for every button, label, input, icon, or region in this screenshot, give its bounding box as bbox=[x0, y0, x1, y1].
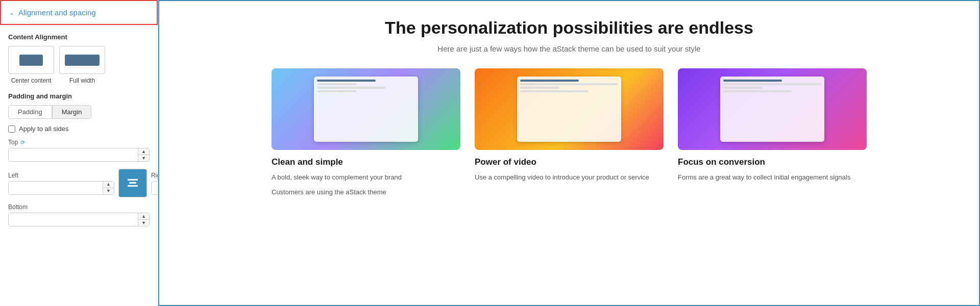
top-label: Top ⟳ bbox=[8, 139, 150, 146]
top-spinner-buttons: ▲ ▼ bbox=[138, 148, 149, 161]
card-2-title: Power of video bbox=[475, 157, 664, 167]
padding-margin-label: Padding and margin bbox=[8, 92, 150, 100]
content-alignment-label: Content Alignment bbox=[8, 33, 150, 41]
full-width-box bbox=[59, 46, 105, 74]
card-3-mock-screen bbox=[720, 76, 824, 142]
center-content-box bbox=[8, 46, 54, 74]
card-3: Focus on conversion Forms are a great wa… bbox=[678, 68, 867, 197]
mock-bar-5 bbox=[520, 80, 579, 82]
mock-bar-1 bbox=[317, 80, 376, 82]
mock-bar-12 bbox=[723, 90, 792, 92]
bottom-input-spinner: 0px ▲ ▼ bbox=[8, 213, 150, 226]
left-increment-button[interactable]: ▲ bbox=[103, 182, 114, 188]
top-input-spinner: 50px ▲ ▼ bbox=[8, 148, 150, 162]
left-label: Left bbox=[8, 172, 114, 179]
mock-bar-9 bbox=[723, 80, 782, 82]
right-content-area: The personalization possibilities are en… bbox=[158, 0, 980, 306]
mock-bar-10 bbox=[723, 83, 821, 85]
right-label: Right bbox=[151, 172, 158, 179]
padding-tab[interactable]: Padding bbox=[8, 105, 52, 119]
card-1-title: Clean and simple bbox=[272, 157, 460, 167]
mock-bar-2 bbox=[317, 83, 356, 85]
chevron-down-icon: ⌄ bbox=[9, 9, 14, 16]
center-content-label: Center content bbox=[11, 77, 52, 84]
bottom-decrement-button[interactable]: ▼ bbox=[138, 220, 149, 226]
main-heading: The personalization possibilities are en… bbox=[385, 17, 753, 38]
left-input[interactable]: 0px bbox=[9, 182, 103, 194]
card-1-desc2: Customers are using the aStack theme bbox=[272, 187, 460, 197]
svg-rect-0 bbox=[128, 179, 138, 181]
alignment-spacing-section-header[interactable]: ⌄ Alignment and spacing bbox=[0, 0, 158, 25]
mock-bar-8 bbox=[520, 90, 589, 92]
card-3-title: Focus on conversion bbox=[678, 157, 867, 167]
cards-row: Clean and simple A bold, sleek way to co… bbox=[190, 68, 948, 197]
card-3-image bbox=[678, 68, 867, 150]
mock-bar-7 bbox=[520, 87, 559, 89]
mock-bar-3 bbox=[317, 87, 385, 89]
card-3-desc: Forms are a great way to collect initial… bbox=[678, 172, 867, 183]
top-input[interactable]: 50px bbox=[9, 148, 138, 161]
card-2: Power of video Use a compelling video to… bbox=[475, 68, 664, 197]
card-1-mock-screen bbox=[314, 76, 418, 142]
full-width-option[interactable]: Full width bbox=[59, 46, 105, 84]
card-2-desc: Use a compelling video to introduce your… bbox=[475, 172, 664, 183]
full-width-rect bbox=[65, 55, 100, 66]
align-center-icon bbox=[126, 176, 140, 190]
mock-bar-4 bbox=[317, 90, 356, 92]
main-subtext: Here are just a few ways how the aStack … bbox=[437, 44, 700, 53]
mock-bar-11 bbox=[723, 87, 763, 89]
bottom-label: Bottom bbox=[8, 203, 150, 211]
card-1-overlay bbox=[272, 68, 460, 150]
center-content-option[interactable]: Center content bbox=[8, 46, 54, 84]
card-1: Clean and simple A bold, sleek way to co… bbox=[272, 68, 460, 197]
alignment-options: Center content Full width bbox=[8, 46, 150, 84]
right-input[interactable]: 0px bbox=[152, 182, 158, 194]
card-3-overlay bbox=[678, 68, 867, 150]
top-decrement-button[interactable]: ▼ bbox=[138, 155, 149, 161]
right-input-spinner: 0px ▲ ▼ bbox=[151, 181, 158, 195]
left-right-row: Left 0px ▲ ▼ bbox=[8, 169, 150, 197]
left-spinner-buttons: ▲ ▼ bbox=[103, 182, 114, 194]
right-col: Right 0px ▲ ▼ bbox=[151, 172, 158, 195]
bottom-increment-button[interactable]: ▲ bbox=[138, 213, 149, 220]
card-2-overlay bbox=[475, 68, 664, 150]
full-width-label: Full width bbox=[69, 77, 95, 84]
section-title: Alignment and spacing bbox=[18, 8, 96, 17]
svg-rect-1 bbox=[129, 182, 136, 184]
apply-all-sides-label: Apply to all sides bbox=[19, 125, 69, 133]
bottom-input[interactable]: 0px bbox=[9, 213, 138, 226]
bottom-spinner-buttons: ▲ ▼ bbox=[138, 213, 149, 226]
left-col: Left 0px ▲ ▼ bbox=[8, 172, 114, 195]
panel-content: Content Alignment Center content Full wi… bbox=[0, 25, 158, 235]
left-panel: ⌄ Alignment and spacing Content Alignmen… bbox=[0, 0, 158, 306]
svg-rect-2 bbox=[128, 185, 138, 187]
content-alignment-section: Content Alignment Center content Full wi… bbox=[8, 33, 150, 84]
center-content-rect bbox=[19, 55, 43, 66]
card-1-desc: A bold, sleek way to complement your bra… bbox=[272, 172, 460, 183]
apply-all-sides-checkbox[interactable] bbox=[8, 125, 15, 133]
main-content: The personalization possibilities are en… bbox=[159, 1, 979, 208]
mock-bar-6 bbox=[520, 83, 618, 85]
left-decrement-button[interactable]: ▼ bbox=[103, 188, 114, 194]
refresh-icon[interactable]: ⟳ bbox=[20, 139, 25, 146]
card-2-image bbox=[475, 68, 664, 150]
apply-all-sides-row: Apply to all sides bbox=[8, 125, 150, 133]
margin-tab[interactable]: Margin bbox=[52, 105, 92, 119]
center-icon-box bbox=[118, 169, 147, 197]
card-1-image bbox=[272, 68, 460, 150]
padding-margin-section: Padding and margin Padding Margin Apply … bbox=[8, 92, 150, 226]
top-increment-button[interactable]: ▲ bbox=[138, 148, 149, 155]
top-field: Top ⟳ 50px ▲ ▼ bbox=[8, 139, 150, 162]
left-input-spinner: 0px ▲ ▼ bbox=[8, 181, 114, 195]
bottom-field: Bottom 0px ▲ ▼ bbox=[8, 203, 150, 226]
card-2-mock-screen bbox=[517, 76, 621, 142]
padding-margin-tabs: Padding Margin bbox=[8, 105, 150, 119]
